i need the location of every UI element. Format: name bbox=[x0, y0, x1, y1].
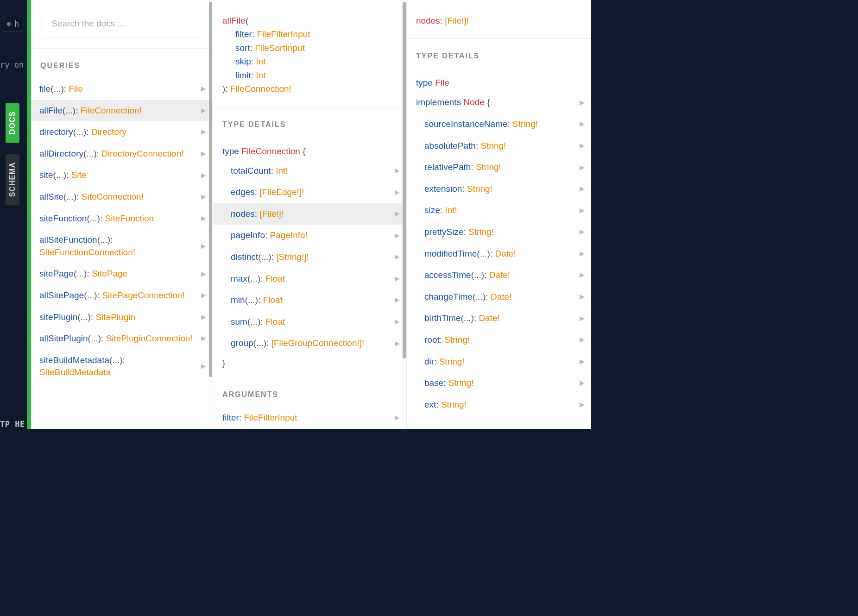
chevron-right-icon: ▶ bbox=[395, 166, 400, 176]
field-item[interactable]: sitePage(...): SitePage▶ bbox=[31, 263, 213, 285]
signature-arg: sort: FileSortInput bbox=[222, 41, 397, 55]
field-item[interactable]: totalCount: Int!▶ bbox=[213, 160, 406, 182]
field-item[interactable]: distinct(...): [String!]!▶ bbox=[213, 246, 406, 268]
field-item[interactable]: base: String!▶ bbox=[407, 372, 591, 394]
field-item[interactable]: birthTime(...): Date!▶ bbox=[407, 308, 591, 329]
argument-item[interactable]: filter: FileFilterInput ▶ bbox=[213, 407, 406, 429]
field-item[interactable]: ext: String!▶ bbox=[407, 394, 591, 416]
arguments-header: ARGUMENTS bbox=[213, 377, 406, 407]
tab-label: h bbox=[14, 19, 19, 29]
chevron-right-icon: ▶ bbox=[395, 317, 400, 327]
chevron-right-icon: ▶ bbox=[580, 379, 585, 388]
chevron-right-icon: ▶ bbox=[201, 242, 206, 251]
docs-accent-stripe bbox=[27, 0, 31, 429]
field-signature: allFile( filter: FileFilterInputsort: Fi… bbox=[213, 0, 406, 107]
field-item[interactable]: allSitePage(...): SitePageConnection!▶ bbox=[31, 285, 213, 307]
type-declaration: type FileConnection { bbox=[213, 137, 406, 160]
field-item[interactable]: allDirectory(...): DirectoryConnection!▶ bbox=[31, 143, 213, 165]
field-item[interactable]: root: String!▶ bbox=[407, 329, 591, 351]
field-item[interactable]: siteBuildMetadata(...): SiteBuildMetadat… bbox=[31, 350, 213, 383]
field-item[interactable]: pageInfo: PageInfo!▶ bbox=[213, 225, 406, 246]
chevron-right-icon: ▶ bbox=[395, 209, 400, 219]
field-item[interactable]: relativePath: String!▶ bbox=[407, 157, 591, 178]
chevron-right-icon: ▶ bbox=[201, 270, 206, 279]
sig-name: allFile bbox=[222, 16, 246, 25]
editor-tab[interactable]: h bbox=[3, 17, 24, 31]
chevron-right-icon: ▶ bbox=[580, 314, 585, 323]
field-item[interactable]: accessTime(...): Date!▶ bbox=[407, 264, 591, 286]
field-item[interactable]: extension: String!▶ bbox=[407, 178, 591, 200]
chevron-right-icon: ▶ bbox=[580, 400, 585, 409]
field-item[interactable]: sourceInstanceName: String!▶ bbox=[407, 113, 591, 135]
type-details-header: TYPE DETAILS bbox=[213, 107, 406, 137]
field-item[interactable]: edges: [FileEdge!]!▶ bbox=[213, 182, 406, 203]
chevron-right-icon: ▶ bbox=[201, 85, 206, 94]
chevron-right-icon: ▶ bbox=[395, 231, 400, 240]
field-item[interactable]: allSitePlugin(...): SitePluginConnection… bbox=[31, 328, 213, 350]
field-item[interactable]: modifiedTime(...): Date!▶ bbox=[407, 243, 591, 265]
chevron-right-icon: ▶ bbox=[201, 291, 206, 300]
field-item[interactable]: allSiteFunction(...): SiteFunctionConnec… bbox=[31, 229, 213, 263]
field-item[interactable]: group(...): [FileGroupConnection!]!▶ bbox=[213, 333, 406, 354]
schema-tab[interactable]: SCHEMA bbox=[6, 154, 19, 205]
field-item[interactable]: nodes: [File!]!▶ bbox=[213, 203, 406, 225]
field-item[interactable]: site(...): Site▶ bbox=[31, 164, 213, 186]
chevron-right-icon: ▶ bbox=[580, 184, 585, 194]
docs-tab[interactable]: DOCS bbox=[6, 103, 19, 143]
search-input[interactable] bbox=[42, 10, 202, 37]
sig-return: FileConnection! bbox=[230, 84, 291, 94]
field-item[interactable]: max(...): Float▶ bbox=[213, 268, 406, 290]
editor-line: ry on bbox=[0, 60, 24, 69]
field-item[interactable]: absolutePath: String!▶ bbox=[407, 135, 591, 157]
chevron-right-icon: ▶ bbox=[395, 274, 400, 283]
field-item[interactable]: sum(...): Float▶ bbox=[213, 311, 406, 333]
chevron-right-icon: ▶ bbox=[395, 413, 400, 422]
implements-row[interactable]: implements Node { ▶ bbox=[407, 92, 591, 113]
signature-arg: skip: Int bbox=[222, 55, 397, 68]
field-item[interactable]: size: Int!▶ bbox=[407, 200, 591, 221]
editor-footer: TP HE bbox=[0, 420, 25, 429]
chevron-right-icon: ▶ bbox=[580, 206, 585, 215]
chevron-right-icon: ▶ bbox=[395, 188, 400, 197]
scroll-thumb[interactable] bbox=[209, 2, 212, 377]
chevron-right-icon: ▶ bbox=[201, 149, 206, 158]
chevron-right-icon: ▶ bbox=[201, 334, 206, 344]
type-close-brace: } bbox=[213, 354, 406, 377]
chevron-right-icon: ▶ bbox=[201, 106, 206, 115]
chevron-right-icon: ▶ bbox=[580, 357, 585, 366]
chevron-right-icon: ▶ bbox=[395, 296, 400, 305]
chevron-right-icon: ▶ bbox=[580, 120, 585, 129]
field-item[interactable]: sitePlugin(...): SitePlugin▶ bbox=[31, 307, 213, 328]
chevron-right-icon: ▶ bbox=[395, 253, 400, 262]
scrollbar[interactable] bbox=[208, 0, 213, 429]
queries-header: QUERIES bbox=[31, 49, 213, 78]
field-item[interactable]: min(...): Float▶ bbox=[213, 289, 406, 311]
chevron-right-icon: ▶ bbox=[580, 228, 585, 237]
scroll-thumb[interactable] bbox=[403, 2, 406, 358]
field-item[interactable]: prettySize: String!▶ bbox=[407, 221, 591, 243]
scrollbar[interactable] bbox=[402, 0, 406, 429]
chevron-right-icon: ▶ bbox=[201, 192, 206, 201]
field-item[interactable]: file(...): File▶ bbox=[31, 78, 213, 100]
chevron-right-icon: ▶ bbox=[580, 271, 585, 280]
type-column-1: allFile( filter: FileFilterInputsort: Fi… bbox=[213, 0, 407, 429]
field-item[interactable]: directory(...): Directory▶ bbox=[31, 121, 213, 143]
field-item[interactable]: siteFunction(...): SiteFunction▶ bbox=[31, 208, 213, 230]
type-declaration: type File bbox=[407, 69, 591, 92]
chevron-right-icon: ▶ bbox=[580, 163, 585, 172]
chevron-right-icon: ▶ bbox=[580, 249, 585, 258]
field-item[interactable]: allSite(...): SiteConnection!▶ bbox=[31, 186, 213, 208]
field-item[interactable]: allFile(...): FileConnection!▶ bbox=[31, 100, 213, 122]
chevron-right-icon: ▶ bbox=[580, 141, 585, 151]
field-item[interactable]: changeTime(...): Date!▶ bbox=[407, 286, 591, 308]
chevron-right-icon: ▶ bbox=[580, 335, 585, 345]
chevron-right-icon: ▶ bbox=[201, 214, 206, 223]
docs-panel: QUERIES file(...): File▶allFile(...): Fi… bbox=[27, 0, 591, 429]
unsaved-dot-icon bbox=[7, 22, 11, 26]
chevron-right-icon: ▶ bbox=[201, 313, 206, 322]
chevron-right-icon: ▶ bbox=[201, 128, 206, 137]
chevron-right-icon: ▶ bbox=[201, 362, 206, 371]
signature-arg: filter: FileFilterInput bbox=[222, 27, 397, 41]
chevron-right-icon: ▶ bbox=[580, 292, 585, 302]
field-item[interactable]: dir: String!▶ bbox=[407, 351, 591, 373]
